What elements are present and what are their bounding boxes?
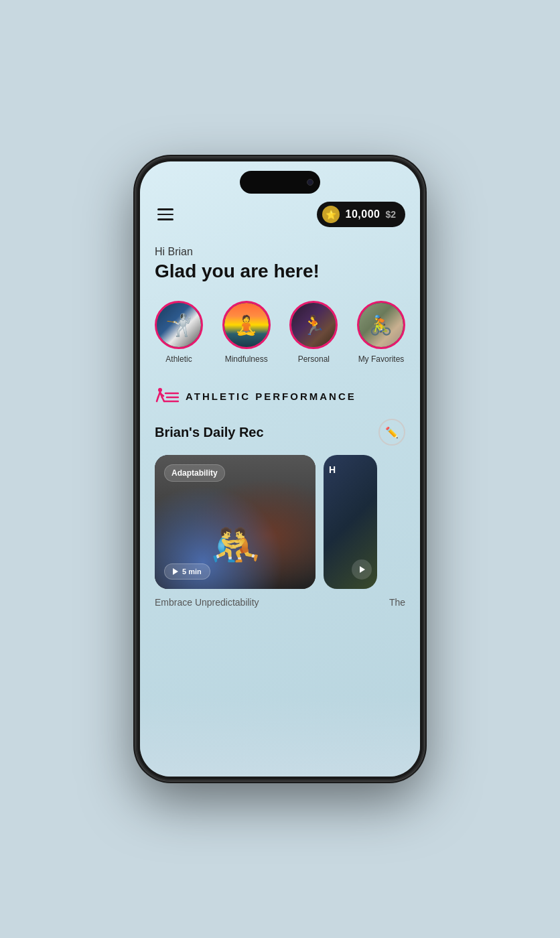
wrestlers-image: 🤼: [155, 482, 316, 569]
second-card-play-button[interactable]: [352, 559, 372, 580]
category-athletic[interactable]: Athletic: [155, 301, 203, 364]
categories-row: Athletic Mindfulness Personal: [155, 301, 405, 364]
second-play-icon: [360, 566, 365, 573]
play-time-badge: 5 min: [164, 563, 210, 580]
dynamic-island: [240, 171, 320, 194]
category-circle-personal: [289, 301, 338, 349]
category-label-athletic: Athletic: [165, 354, 192, 364]
section-title: ATHLETIC PERFORMANCE: [186, 391, 356, 402]
star-coin-icon: ⭐: [322, 206, 340, 223]
duration-text: 5 min: [182, 567, 202, 576]
category-circle-athletic: [155, 301, 203, 349]
second-card-badge: H: [329, 464, 336, 475]
video-card-adaptability[interactable]: 🤼 Adaptability 5 min: [155, 455, 316, 589]
hamburger-line-3: [157, 218, 173, 220]
hamburger-line-1: [157, 208, 173, 210]
category-circle-favorites: [357, 301, 405, 349]
phone-shell: ⭐ 10,000 $2 Hi Brian Glad you are here! …: [136, 157, 424, 781]
category-label-favorites: My Favorites: [358, 354, 405, 364]
cards-row: 🤼 Adaptability 5 min H: [155, 455, 405, 589]
top-bar: ⭐ 10,000 $2: [155, 202, 405, 227]
daily-rec-title: Brian's Daily Rec: [155, 425, 264, 440]
card-subtitle-2: The: [389, 597, 405, 608]
screen: ⭐ 10,000 $2 Hi Brian Glad you are here! …: [140, 161, 420, 777]
card-subtitle-1: Embrace Unpredictability: [155, 597, 259, 608]
mindfulness-image: [224, 303, 269, 347]
athletic-performance-icon: [155, 384, 179, 408]
points-dollar: $2: [385, 209, 396, 220]
personal-image: [291, 303, 336, 347]
hamburger-line-2: [157, 214, 173, 216]
camera-dot: [307, 179, 313, 186]
category-label-mindfulness: Mindfulness: [225, 354, 268, 364]
category-favorites[interactable]: My Favorites: [357, 301, 405, 364]
svg-line-3: [157, 397, 158, 401]
points-value: 10,000: [345, 208, 380, 220]
category-personal[interactable]: Personal: [289, 301, 338, 364]
category-label-personal: Personal: [298, 354, 330, 364]
section-header: ATHLETIC PERFORMANCE: [155, 384, 405, 408]
app-content: ⭐ 10,000 $2 Hi Brian Glad you are here! …: [140, 161, 420, 777]
daily-rec-row: Brian's Daily Rec ✏️: [155, 419, 405, 446]
category-circle-mindfulness: [222, 301, 271, 349]
category-mindfulness[interactable]: Mindfulness: [222, 301, 271, 364]
video-card-second[interactable]: H: [324, 455, 377, 589]
play-icon: [173, 568, 178, 575]
bottom-titles: Embrace Unpredictability The: [155, 597, 405, 608]
athletic-image: [157, 303, 201, 347]
edit-button[interactable]: ✏️: [378, 419, 405, 446]
favorites-image: [359, 303, 403, 347]
points-badge[interactable]: ⭐ 10,000 $2: [317, 202, 405, 227]
greeting-main: Glad you are here!: [155, 261, 405, 282]
greeting-hi: Hi Brian: [155, 246, 405, 258]
adaptability-badge: Adaptability: [164, 464, 225, 482]
menu-button[interactable]: [155, 206, 176, 223]
